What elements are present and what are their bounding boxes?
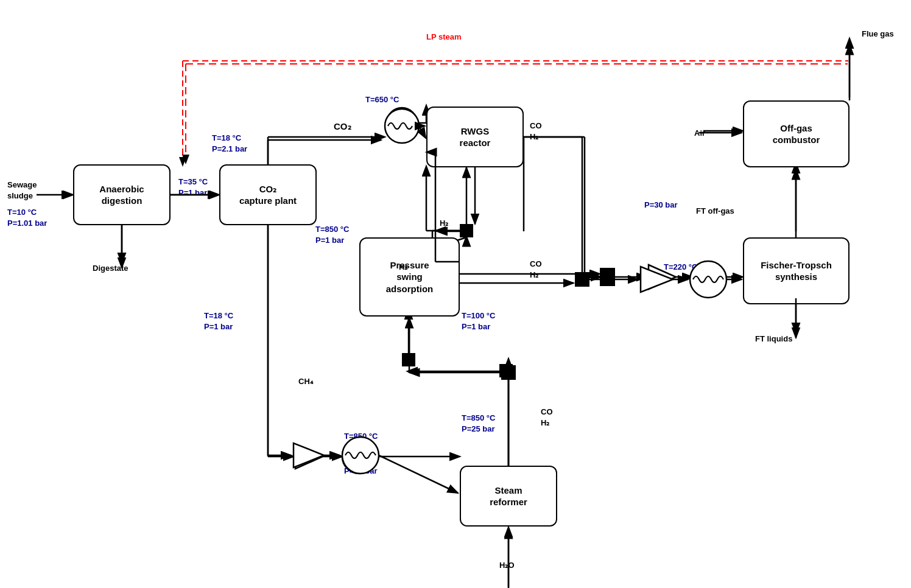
steam-reformer-box: Steamreformer	[460, 466, 557, 527]
h2o-label: H₂O	[499, 560, 515, 571]
rwgs-label: RWGSreactor	[460, 125, 491, 149]
co2-stream-label: CO₂	[334, 120, 351, 133]
co-h2-mixer-label: COH₂	[530, 259, 542, 281]
anaerobic-digestion-box: Anaerobicdigestion	[73, 164, 171, 225]
digestate-label: Digestate	[93, 263, 128, 274]
svg-marker-38	[295, 444, 323, 469]
psa-in-conditions: T=850 °CP=1 bar	[315, 224, 349, 246]
offgas-combustor-label: Off-gascombustor	[773, 122, 820, 146]
air-label: Air	[694, 128, 705, 139]
svg-rect-26	[460, 224, 473, 237]
offgas-combustor-box: Off-gascombustor	[743, 100, 849, 167]
h2-split-label: H₂	[440, 218, 448, 229]
svg-point-5	[387, 108, 417, 138]
fischer-tropsch-label: Fischer-Tropschsynthesis	[761, 259, 832, 283]
ft-offgas-label: FT off-gas	[696, 206, 734, 217]
process-flow-diagram: Anaerobicdigestion CO₂capture plant RWGS…	[0, 0, 911, 588]
rwgs-box: RWGSreactor	[426, 107, 524, 167]
psa-box: Pressureswingadsorption	[359, 237, 460, 317]
sr-out-gas-label: COH₂	[541, 407, 553, 429]
psa-out-conditions: T=100 °CP=1 bar	[462, 310, 495, 332]
lp-steam-label: LP steam	[426, 32, 462, 43]
hx2-temp-label: T=220 °C	[664, 262, 697, 273]
h2-psa-label: H₂	[399, 262, 407, 273]
svg-rect-12	[600, 268, 615, 286]
svg-rect-34	[402, 353, 415, 366]
anaerobic-out-label: T=35 °CP=1 bar	[178, 177, 208, 198]
sr-preheat-temp: T=850 °C	[344, 431, 378, 442]
svg-rect-46	[499, 364, 513, 377]
ch4-label: CH₄	[298, 376, 313, 387]
sr-out-conditions: T=850 °CP=25 bar	[462, 413, 495, 435]
steam-reformer-label: Steamreformer	[490, 485, 527, 508]
co2-capture-label: CO₂capture plant	[239, 183, 297, 207]
co2-capture-bottom-label: T=18 °CP=1 bar	[204, 310, 233, 332]
ft-liquids-label: FT liquids	[755, 334, 792, 345]
co2-capture-top-label: T=18 °CP=2.1 bar	[212, 133, 247, 155]
anaerobic-digestion-label: Anaerobicdigestion	[99, 183, 144, 207]
svg-line-6	[417, 123, 425, 137]
sewage-sludge-label: Sewagesludge	[7, 180, 37, 201]
rwgs-out-label: COH₂	[530, 121, 542, 142]
feed-conditions-label: T=10 °CP=1.01 bar	[7, 207, 47, 229]
psa-label: Pressureswingadsorption	[386, 259, 434, 295]
svg-point-16	[694, 262, 725, 292]
co2-capture-box: CO₂capture plant	[219, 164, 317, 225]
compressor-out-pres: P=30 bar	[644, 200, 678, 211]
co2-temp-label: T=650 °C	[365, 94, 399, 105]
fischer-tropsch-box: Fischer-Tropschsynthesis	[743, 237, 849, 304]
flue-gas-label: Flue gas	[862, 29, 894, 40]
sr-preheat-pres: P=25 bar	[344, 466, 378, 477]
